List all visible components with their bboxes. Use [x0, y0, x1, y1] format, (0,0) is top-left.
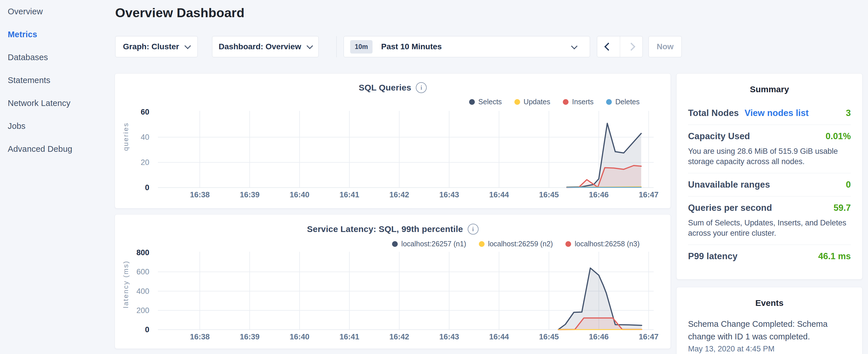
x-axis-tick-label: 16:39 — [240, 190, 260, 199]
time-range-selector[interactable]: 10m Past 10 Minutes — [344, 36, 590, 57]
x-axis-tick-label: 16:38 — [190, 332, 210, 341]
dashboard-label: Dashboard: Overview — [219, 42, 301, 51]
summary-row-label: Capacity Used — [688, 131, 750, 141]
summary-row-label: Total Nodes — [688, 108, 739, 118]
x-axis-tick-label: 16:45 — [539, 190, 559, 199]
chart-plot: 020040060080016:3816:3916:4016:4116:4216… — [115, 215, 671, 349]
x-axis-tick-label: 16:46 — [589, 190, 609, 199]
x-axis-tick-label: 16:38 — [190, 190, 210, 199]
summary-row-label: P99 latency — [688, 251, 738, 261]
right-column: Summary Total Nodes View nodes list 3 — [676, 73, 863, 354]
x-axis-tick-label: 16:47 — [639, 190, 658, 199]
main-content: Overview Dashboard Graph: Cluster Dashbo… — [115, 0, 868, 354]
summary-row-capacity-used: Capacity Used 0.01% You are using 28.6 M… — [688, 125, 851, 173]
summary-row-unavailable-ranges: Unavailable ranges 0 — [688, 173, 851, 196]
x-axis-tick-label: 16:41 — [340, 190, 359, 199]
x-axis-tick-label: 16:41 — [340, 332, 359, 341]
x-axis-tick-label: 16:47 — [639, 332, 658, 341]
sidebar-item-advanced-debug[interactable]: Advanced Debug — [8, 137, 115, 160]
y-axis-tick-label: 40 — [141, 133, 149, 141]
x-axis-tick-label: 16:43 — [439, 190, 459, 199]
chevron-down-icon — [185, 43, 191, 49]
chevron-down-icon — [571, 43, 578, 50]
x-axis-tick-label: 16:45 — [539, 332, 559, 341]
summary-row-value: 0.01% — [826, 131, 851, 141]
y-axis-tick-label: 200 — [136, 306, 149, 315]
x-axis-tick-label: 16:40 — [290, 190, 309, 199]
y-axis-tick-label: 400 — [136, 287, 149, 296]
charts-column: SQL Queries i SelectsUpdatesInsertsDelet… — [115, 73, 671, 354]
chevron-right-icon — [627, 43, 635, 51]
chevron-left-icon — [604, 43, 612, 51]
page-title: Overview Dashboard — [115, 5, 863, 21]
summary-panel: Summary Total Nodes View nodes list 3 — [676, 73, 863, 280]
y-axis-tick-label: 600 — [136, 267, 149, 276]
dashboard-body: SQL Queries i SelectsUpdatesInsertsDelet… — [115, 73, 863, 354]
summary-row-value: 3 — [846, 108, 851, 118]
view-nodes-list-link[interactable]: View nodes list — [744, 108, 808, 118]
event-message: Schema Change Completed: Schema change w… — [688, 318, 851, 343]
x-axis-tick-label: 16:40 — [290, 332, 309, 341]
chart-plot: 020406016:3816:3916:4016:4116:4216:4316:… — [115, 74, 671, 208]
x-axis-tick-label: 16:39 — [240, 332, 260, 341]
chevron-down-icon — [307, 43, 313, 49]
event-list-item[interactable]: Schema Change Completed: Schema change w… — [688, 318, 851, 353]
sql-queries-chart-card: SQL Queries i SelectsUpdatesInsertsDelet… — [115, 73, 671, 208]
y-axis-tick-label: 800 — [136, 248, 149, 257]
time-step-buttons — [597, 36, 643, 57]
summary-row-description: Sum of Selects, Updates, Inserts, and De… — [688, 218, 851, 238]
summary-title: Summary — [688, 74, 851, 102]
sidebar-item-databases[interactable]: Databases — [8, 46, 115, 69]
graph-scope-label: Graph: Cluster — [123, 42, 179, 51]
events-panel: Events Schema Change Completed: Schema c… — [676, 287, 863, 354]
app-root: Overview Metrics Databases Statements Ne… — [0, 0, 868, 354]
sidebar: Overview Metrics Databases Statements Ne… — [0, 0, 115, 354]
summary-row-queries-per-second: Queries per second 59.7 Sum of Selects, … — [688, 196, 851, 245]
y-axis-tick-label: 0 — [145, 183, 149, 192]
y-axis-tick-label: 20 — [141, 158, 149, 167]
graph-scope-dropdown[interactable]: Graph: Cluster — [115, 36, 198, 57]
summary-row-description: You are using 28.6 MiB of 515.9 GiB usab… — [688, 146, 851, 167]
summary-row-p99-latency: P99 latency 46.1 ms — [688, 245, 851, 268]
x-axis-tick-label: 16:43 — [439, 332, 459, 341]
x-axis-tick-label: 16:46 — [589, 332, 609, 341]
sidebar-item-network-latency[interactable]: Network Latency — [8, 92, 115, 115]
service-latency-chart-card: Service Latency: SQL, 99th percentile i … — [115, 214, 671, 349]
event-timestamp: May 13, 2020 at 4:45 PM — [688, 345, 851, 353]
time-step-forward-button[interactable] — [620, 36, 643, 57]
time-range-badge: 10m — [350, 40, 373, 54]
summary-row-value: 46.1 ms — [818, 251, 851, 261]
dashboard-dropdown[interactable]: Dashboard: Overview — [212, 36, 319, 57]
x-axis-tick-label: 16:44 — [489, 190, 509, 199]
x-axis-tick-label: 16:42 — [390, 190, 409, 199]
time-step-back-button[interactable] — [597, 36, 620, 57]
summary-row-label: Queries per second — [688, 203, 772, 213]
summary-row-value: 0 — [846, 180, 851, 190]
y-axis-tick-label: 60 — [141, 108, 149, 116]
controls-divider — [336, 36, 337, 57]
summary-row-value: 59.7 — [834, 203, 851, 213]
x-axis-tick-label: 16:42 — [390, 332, 409, 341]
sidebar-item-jobs[interactable]: Jobs — [8, 115, 115, 137]
time-range-label: Past 10 Minutes — [381, 42, 442, 51]
sidebar-item-statements[interactable]: Statements — [8, 69, 115, 92]
x-axis-tick-label: 16:44 — [489, 332, 509, 341]
sidebar-item-metrics[interactable]: Metrics — [8, 23, 115, 46]
y-axis-tick-label: 0 — [145, 325, 149, 334]
summary-row-label: Unavailable ranges — [688, 180, 770, 190]
summary-row-total-nodes: Total Nodes View nodes list 3 — [688, 102, 851, 125]
sidebar-item-overview[interactable]: Overview — [8, 0, 115, 23]
now-button[interactable]: Now — [649, 36, 682, 57]
controls-bar: Graph: Cluster Dashboard: Overview 10m P… — [115, 36, 863, 57]
events-title: Events — [688, 287, 851, 315]
